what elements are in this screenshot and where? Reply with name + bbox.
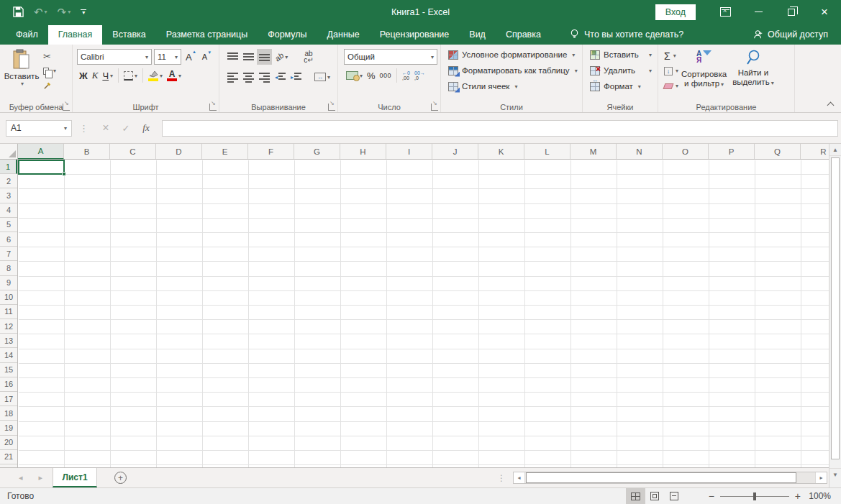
zoom-in-button[interactable]: + [789,490,806,502]
formula-input[interactable] [162,120,838,137]
tabbar-grip[interactable]: ⋮ [497,473,513,483]
tab-разметка-страницы[interactable]: Разметка страницы [156,25,258,45]
column-header-O[interactable]: O [663,144,709,160]
percent-style-button[interactable]: % [365,68,378,83]
close-button[interactable]: × [808,0,841,24]
align-left-button[interactable] [225,69,240,85]
insert-function-button[interactable]: fx [136,122,156,134]
tab-справка[interactable]: Справка [496,25,551,45]
row-header-17[interactable]: 17 [0,392,17,406]
cells-area[interactable] [19,160,829,467]
column-header-J[interactable]: J [432,144,478,160]
column-header-H[interactable]: H [340,144,386,160]
align-middle-button[interactable] [241,49,256,65]
row-header-11[interactable]: 11 [0,305,17,319]
column-header-E[interactable]: E [202,144,248,160]
redo-icon[interactable]: ↷▾ [58,6,71,19]
normal-view-button[interactable] [626,488,645,504]
column-header-D[interactable]: D [156,144,202,160]
increase-decimal-button[interactable]: ←0,00 [400,68,412,83]
row-header-5[interactable]: 5 [0,218,17,232]
selected-cell-outline[interactable] [18,160,65,175]
row-header-14[interactable]: 14 [0,348,17,362]
sort-filter-button[interactable]: АЯ Сортировка и фильтр▾ [681,49,727,101]
tab-формулы[interactable]: Формулы [258,25,317,45]
minimize-button[interactable] [742,0,775,24]
font-size-combo[interactable]: 11▾ [154,49,181,65]
page-break-view-button[interactable] [665,488,684,504]
tab-file[interactable]: Файл [6,25,48,45]
row-header-6[interactable]: 6 [0,232,17,247]
horizontal-scrollbar-thumb[interactable] [526,472,796,483]
namebox-grip[interactable]: ⋮ [79,123,88,134]
number-dialog-launcher-icon[interactable] [431,104,438,111]
column-header-Q[interactable]: Q [755,144,801,160]
scroll-left-icon[interactable]: ◂ [514,472,525,483]
underline-button[interactable]: Ч▾ [100,68,115,83]
column-header-A[interactable]: A [18,144,64,160]
column-header-I[interactable]: I [386,144,432,160]
column-header-R[interactable]: R [801,144,829,160]
sheet-tab-sheet1[interactable]: Лист1 [53,468,97,487]
page-layout-view-button[interactable] [645,488,665,504]
column-header-N[interactable]: N [617,144,663,160]
collapse-ribbon-icon[interactable] [827,101,834,108]
row-header-12[interactable]: 12 [0,319,17,334]
fill-color-button[interactable]: ▾ [146,68,165,83]
column-header-G[interactable]: G [294,144,340,160]
fill-button[interactable]: ↓▾ [664,65,678,77]
increase-indent-button[interactable]: ▸ [288,69,304,85]
column-header-K[interactable]: K [478,144,524,160]
accounting-format-button[interactable]: ▾ [344,68,365,83]
wrap-text-button[interactable]: abc↵ [301,49,315,65]
clear-button[interactable]: ▾ [664,80,678,92]
row-header-2[interactable]: 2 [0,174,17,188]
align-right-button[interactable] [257,69,272,85]
shrink-font-button[interactable]: A [200,49,213,65]
row-header-18[interactable]: 18 [0,406,17,421]
row-header-10[interactable]: 10 [0,290,17,305]
row-header-16[interactable]: 16 [0,377,17,392]
orientation-button[interactable]: ab▾ [273,49,290,65]
scroll-right-icon[interactable]: ▸ [815,472,827,483]
row-header-7[interactable]: 7 [0,247,17,261]
grow-font-button[interactable]: A [183,49,198,65]
format-painter-button[interactable] [43,79,56,91]
row-header-13[interactable]: 13 [0,334,17,348]
save-icon[interactable] [13,6,24,17]
italic-button[interactable]: К [90,68,101,83]
zoom-out-button[interactable]: − [703,490,720,502]
merge-center-button[interactable]: ↔▾ [312,69,332,85]
row-header-1[interactable]: 1 [0,160,17,174]
font-color-button[interactable]: А ▾ [165,68,183,83]
zoom-slider[interactable] [720,496,789,497]
customize-quick-access-icon[interactable]: ▾ [81,9,86,14]
font-dialog-launcher-icon[interactable] [209,104,217,111]
row-header-4[interactable]: 4 [0,203,17,218]
decrease-decimal-button[interactable]: 00→,0 [412,68,427,83]
column-header-C[interactable]: C [110,144,156,160]
tab-главная[interactable]: Главная [48,25,103,45]
paste-button[interactable]: Вставить ▾ [4,47,39,101]
number-format-combo[interactable]: Общий▾ [344,49,437,65]
column-header-F[interactable]: F [248,144,294,160]
find-select-button[interactable]: Найти и выделить▾ [732,49,774,101]
row-header-15[interactable]: 15 [0,363,17,377]
row-header-9[interactable]: 9 [0,276,17,290]
sheet-next-icon[interactable]: ▸ [39,473,43,482]
conditional-formatting-button[interactable]: Условное форматирование▾ [442,47,581,63]
tab-рецензирование[interactable]: Рецензирование [370,25,460,45]
scroll-down-icon[interactable]: ▼ [829,468,841,480]
row-header-21[interactable]: 21 [0,450,17,464]
row-header-3[interactable]: 3 [0,188,17,203]
copy-button[interactable]: ▾ [43,65,56,77]
row-header-8[interactable]: 8 [0,261,17,275]
undo-icon[interactable]: ↶▾ [34,6,47,19]
cancel-icon[interactable]: × [96,122,116,134]
format-cells-button[interactable]: Формат▾ [584,78,656,94]
ribbon-display-options-icon[interactable] [709,0,742,24]
cell-styles-button[interactable]: Стили ячеек▾ [442,78,581,94]
tab-вставка[interactable]: Вставка [102,25,155,45]
align-center-button[interactable] [241,69,256,85]
new-sheet-button[interactable]: + [114,472,127,484]
